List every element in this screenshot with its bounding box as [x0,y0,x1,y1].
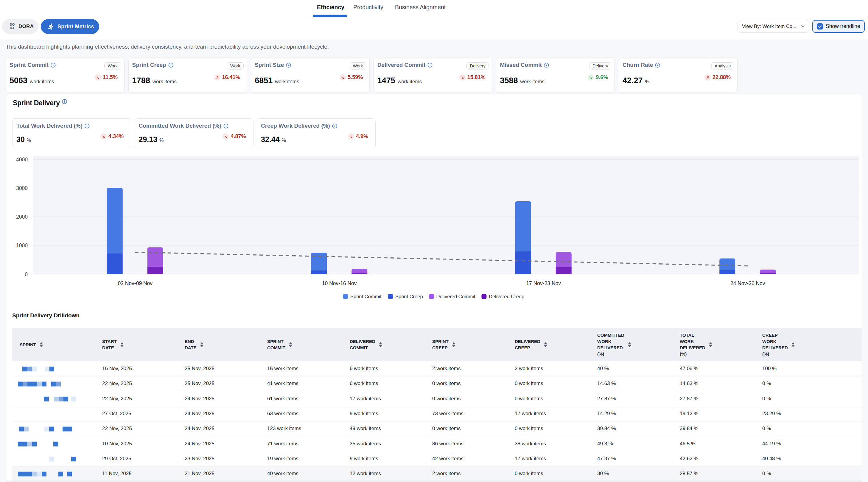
svg-text:10 Nov-16 Nov: 10 Nov-16 Nov [322,280,357,286]
svg-text:Delivered Commit: Delivered Commit [436,294,476,299]
svg-text:Delivered Creep: Delivered Creep [489,294,524,299]
svg-text:Sprint Commit: Sprint Commit [350,294,381,299]
svg-text:Sprint Creep: Sprint Creep [395,294,423,299]
svg-text:24 Nov-30 Nov: 24 Nov-30 Nov [731,280,765,286]
svg-text:17 Nov-23 Nov: 17 Nov-23 Nov [526,280,561,286]
